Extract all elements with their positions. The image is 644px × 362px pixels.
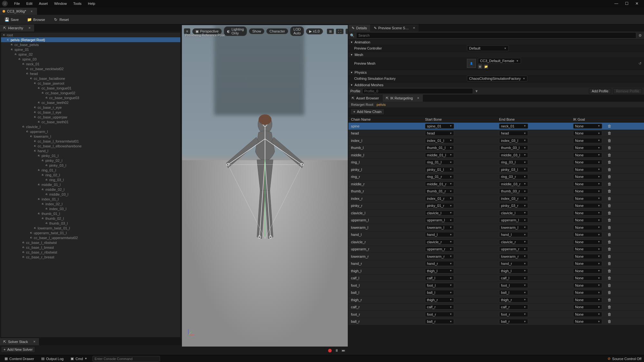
chain-row[interactable]: headhead▼head▼None▼🗑 xyxy=(348,130,644,137)
bone-node[interactable]: ⎌cc_base_teeth02 xyxy=(1,100,180,105)
delete-chain-icon[interactable]: 🗑 xyxy=(608,145,611,150)
bone-node[interactable]: ⎌cc_base_upperjaw xyxy=(1,115,180,119)
bone-node[interactable]: ⎌pinky_03_l xyxy=(1,163,180,168)
viewport-grid-button[interactable]: ⊞ xyxy=(327,29,334,34)
bone-dropdown[interactable]: None▼ xyxy=(573,239,602,245)
delete-chain-icon[interactable]: 🗑 xyxy=(608,269,611,273)
chain-row[interactable]: lowerarm_rlowerarm_r▼lowerarm_r▼None▼🗑 xyxy=(348,253,644,260)
bone-node[interactable]: ⎌cc_base_tongue02 xyxy=(1,90,180,95)
bone-dropdown[interactable]: thumb_01_l▼ xyxy=(425,145,454,150)
bone-dropdown[interactable]: pinky_03_r▼ xyxy=(499,203,528,208)
bone-node[interactable]: ⎌cc_base_r_ribstwist xyxy=(1,250,180,255)
bone-node[interactable]: ⎌pinky_01_l xyxy=(1,153,180,158)
delete-chain-icon[interactable]: 🗑 xyxy=(608,218,611,222)
bone-dropdown[interactable]: ball_l▼ xyxy=(425,290,454,295)
bone-dropdown[interactable]: spine_01▼ xyxy=(425,124,454,129)
additional-meshes-header[interactable]: ▼Additional Meshes xyxy=(348,82,644,88)
bone-node[interactable]: ⎌index_03_l xyxy=(1,206,180,211)
bone-dropdown[interactable]: None▼ xyxy=(573,225,602,230)
chain-row[interactable]: thigh_lthigh_l▼thigh_l▼None▼🗑 xyxy=(348,267,644,275)
viewport-options-button[interactable]: ⋮ xyxy=(346,29,348,34)
bone-dropdown[interactable]: None▼ xyxy=(573,189,602,194)
bone-dropdown[interactable]: None▼ xyxy=(573,261,602,266)
record-button[interactable] xyxy=(328,349,332,352)
viewport[interactable]: ≡ ▣Perspective ◐Lighting Only Show Chara… xyxy=(182,25,348,347)
delete-chain-icon[interactable]: 🗑 xyxy=(608,124,611,128)
ik-retargeting-tab[interactable]: ⇱IK Retargeting✕ xyxy=(383,95,423,102)
chain-row[interactable]: index_lindex_01_l▼index_03_l▼None▼🗑 xyxy=(348,137,644,144)
app-logo-icon[interactable]: U xyxy=(2,1,8,6)
bone-dropdown[interactable]: clavicle_l▼ xyxy=(425,210,454,216)
bone-dropdown[interactable]: None▼ xyxy=(573,196,602,201)
delete-chain-icon[interactable]: 🗑 xyxy=(608,290,611,295)
bone-dropdown[interactable]: ball_r▼ xyxy=(425,319,454,324)
chain-row[interactable]: ring_rring_01_r▼ring_03_r▼None▼🗑 xyxy=(348,173,644,181)
close-icon[interactable]: ✕ xyxy=(28,26,31,30)
bone-node[interactable]: ⎌cc_base_pelvis xyxy=(1,42,180,47)
chain-row[interactable]: hand_rhand_r▼hand_r▼None▼🗑 xyxy=(348,260,644,268)
solver-stack-tab[interactable]: ⇱ Solver Stack ✕ xyxy=(0,338,39,345)
bone-dropdown[interactable]: foot_r▼ xyxy=(425,312,454,317)
bone-dropdown[interactable]: head▼ xyxy=(499,131,528,136)
menu-file[interactable]: File xyxy=(11,2,23,5)
delete-chain-icon[interactable]: 🗑 xyxy=(608,240,611,244)
bone-dropdown[interactable]: middle_03_l▼ xyxy=(499,153,528,158)
browse-asset-icon[interactable]: 📁 xyxy=(484,64,488,69)
bone-dropdown[interactable]: foot_l▼ xyxy=(425,283,454,288)
window-close-icon[interactable]: ✕ xyxy=(634,1,639,6)
hierarchy-tree[interactable]: ⎌root⎌pelvis (Retarget Root)⎌cc_base_pel… xyxy=(1,32,181,338)
bone-dropdown[interactable]: None▼ xyxy=(573,290,602,295)
bone-dropdown[interactable]: ring_01_r▼ xyxy=(425,174,454,179)
menu-tools[interactable]: Tools xyxy=(70,2,85,5)
bone-node[interactable]: ⎌hand_l xyxy=(1,148,180,153)
delete-chain-icon[interactable]: 🗑 xyxy=(608,283,611,288)
menu-window[interactable]: Window xyxy=(51,2,70,5)
add-new-chain-button[interactable]: +Add New Chain xyxy=(350,108,384,115)
profile-dropdown[interactable]: Profile_0 xyxy=(362,88,473,94)
bone-dropdown[interactable]: index_01_l▼ xyxy=(425,138,454,143)
bone-dropdown[interactable]: calf_r▼ xyxy=(425,304,454,310)
details-search-input[interactable] xyxy=(356,32,636,39)
bone-dropdown[interactable]: None▼ xyxy=(573,210,602,216)
bone-dropdown[interactable]: None▼ xyxy=(573,283,602,288)
delete-chain-icon[interactable]: 🗑 xyxy=(608,203,611,208)
bone-node[interactable]: ⎌cc_base_tongue01 xyxy=(1,86,180,90)
bone-node[interactable]: ⎌ring_02_l xyxy=(1,172,180,177)
bone-node[interactable]: ⎌spine_03 xyxy=(1,57,180,61)
chain-row[interactable]: ring_lring_01_l▼ring_03_l▼None▼🗑 xyxy=(348,159,644,166)
delete-chain-icon[interactable]: 🗑 xyxy=(608,232,611,237)
bone-dropdown[interactable]: None▼ xyxy=(573,268,602,274)
source-control-icon[interactable]: ⊘ xyxy=(608,357,611,361)
cmd-dropdown[interactable]: ▣Cmd▼ xyxy=(69,356,89,361)
bone-dropdown[interactable]: upperarm_l▼ xyxy=(499,218,528,223)
bone-dropdown[interactable]: calf_l▼ xyxy=(425,275,454,281)
bone-node[interactable]: ⎌cc_base_l_elbowsharebone xyxy=(1,144,180,148)
delete-chain-icon[interactable]: 🗑 xyxy=(608,247,611,251)
bone-dropdown[interactable]: ball_l▼ xyxy=(499,290,528,295)
bone-node[interactable]: ⎌pelvis (Retarget Root) xyxy=(1,37,180,42)
bone-dropdown[interactable]: hand_l▼ xyxy=(425,232,454,237)
asset-browser-tab[interactable]: ⇱Asset Browser xyxy=(348,95,382,102)
delete-chain-icon[interactable]: 🗑 xyxy=(608,182,611,186)
bone-node[interactable]: ⎌cc_base_tongue03 xyxy=(1,95,180,100)
details-tab[interactable]: ✎Details xyxy=(348,24,370,32)
bone-node[interactable]: ⎌cc_base_r_breast xyxy=(1,255,180,259)
bone-node[interactable]: ⎌cc_base_l_upperarmtwist02 xyxy=(1,235,180,240)
save-button[interactable]: 💾Save xyxy=(3,16,21,23)
chain-row[interactable]: calf_rcalf_r▼calf_r▼None▼🗑 xyxy=(348,304,644,311)
bone-dropdown[interactable]: None▼ xyxy=(573,181,602,187)
chain-row[interactable]: upperarm_lupperarm_l▼upperarm_l▼None▼🗑 xyxy=(348,217,644,224)
bone-node[interactable]: ⎌ring_01_l xyxy=(1,168,180,172)
animation-section-header[interactable]: ▼Animation xyxy=(348,40,644,45)
bone-dropdown[interactable]: None▼ xyxy=(573,312,602,317)
bone-dropdown[interactable]: None▼ xyxy=(573,319,602,324)
close-icon[interactable]: ✕ xyxy=(417,97,420,100)
bone-dropdown[interactable]: None▼ xyxy=(573,232,602,237)
delete-chain-icon[interactable]: 🗑 xyxy=(608,138,611,143)
bone-node[interactable]: ⎌ring_03_l xyxy=(1,177,180,182)
delete-chain-icon[interactable]: 🗑 xyxy=(608,225,611,230)
bone-node[interactable]: ⎌lowerarm_twist_01_l xyxy=(1,226,180,230)
chain-row[interactable]: pinky_lpinky_01_l▼pinky_03_l▼None▼🗑 xyxy=(348,166,644,173)
bone-dropdown[interactable]: None▼ xyxy=(573,131,602,136)
bone-dropdown[interactable]: thumb_03_r▼ xyxy=(499,189,528,194)
